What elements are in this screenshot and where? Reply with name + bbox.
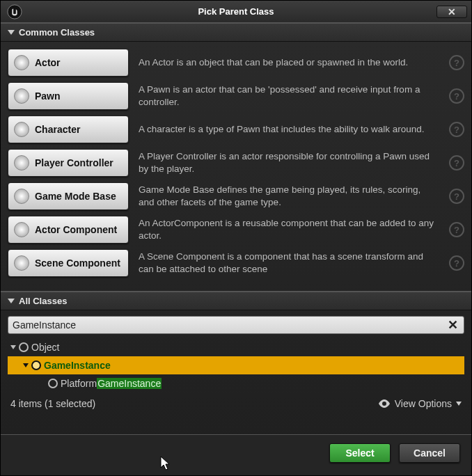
class-button-label: Scene Component	[35, 257, 120, 269]
tree-row-gameinstance[interactable]: GameInstance	[8, 356, 464, 374]
chevron-down-icon	[456, 402, 462, 406]
chevron-down-icon	[8, 299, 15, 303]
close-button[interactable]: ✕	[436, 6, 467, 18]
cancel-button[interactable]: Cancel	[399, 443, 460, 463]
status-row: 4 items (1 selected) View Options	[8, 392, 464, 412]
close-icon: ✕	[448, 6, 456, 17]
class-node-icon	[19, 342, 29, 352]
class-button-character[interactable]: Character	[8, 116, 129, 143]
class-node-icon	[31, 360, 41, 370]
class-row-actor: Actor An Actor is an object that can be …	[8, 49, 464, 77]
class-button-label: Actor Component	[35, 224, 117, 235]
common-classes-header[interactable]: Common Classes	[1, 23, 471, 42]
chevron-down-icon	[23, 363, 29, 367]
status-text: 4 items (1 selected)	[10, 398, 95, 409]
class-tree: Object GameInstance PlatformGameInstance	[8, 338, 464, 392]
class-row-character: Character A character is a type of Pawn …	[8, 116, 464, 143]
section-label: All Classes	[19, 296, 67, 306]
help-icon[interactable]: ?	[449, 155, 464, 170]
class-description: A Scene Component is a component that ha…	[139, 251, 439, 275]
button-label: Cancel	[414, 447, 446, 459]
class-node-icon	[48, 379, 58, 388]
class-row-scene-component: Scene Component A Scene Component is a c…	[8, 249, 464, 277]
chevron-down-icon	[10, 345, 16, 349]
view-options-label: View Options	[395, 398, 452, 409]
pawn-icon	[14, 88, 29, 104]
character-icon	[14, 122, 29, 137]
select-button[interactable]: Select	[329, 443, 391, 463]
actor-icon	[14, 55, 29, 70]
common-classes-list: Actor An Actor is an object that can be …	[1, 42, 471, 292]
class-row-game-mode-base: Game Mode Base Game Mode Base defines th…	[8, 182, 464, 210]
class-description: An ActorComponent is a reusable componen…	[139, 217, 439, 241]
clear-search-button[interactable]: ✕	[446, 317, 459, 333]
scene-component-icon	[14, 255, 29, 271]
class-row-actor-component: Actor Component An ActorComponent is a r…	[8, 216, 464, 244]
class-button-label: Character	[35, 124, 80, 135]
help-icon[interactable]: ?	[449, 222, 464, 237]
svg-point-0	[8, 4, 22, 18]
tree-row-object[interactable]: Object	[8, 338, 464, 356]
class-description: An Actor is an object that can be placed…	[139, 56, 439, 69]
class-row-pawn: Pawn A Pawn is an actor that can be 'pos…	[8, 82, 464, 110]
window-title: Pick Parent Class	[1, 6, 471, 17]
eye-icon	[378, 399, 391, 408]
dialog-footer: Select Cancel	[1, 434, 471, 475]
all-classes-body: ✕ Object GameInstance PlatformGameInstan…	[1, 310, 471, 416]
tree-label: Object	[31, 342, 59, 353]
titlebar: Pick Parent Class ✕	[1, 1, 471, 23]
class-button-actor-component[interactable]: Actor Component	[8, 216, 129, 244]
button-label: Select	[345, 447, 374, 459]
class-description: Game Mode Base defines the game being pl…	[139, 184, 439, 208]
help-icon[interactable]: ?	[449, 88, 464, 104]
class-button-label: Game Mode Base	[35, 191, 116, 202]
class-description: A character is a type of Pawn that inclu…	[139, 123, 439, 136]
class-button-player-controller[interactable]: Player Controller	[8, 149, 129, 177]
class-button-actor[interactable]: Actor	[8, 49, 129, 77]
class-button-label: Actor	[35, 57, 61, 68]
all-classes-header[interactable]: All Classes	[1, 292, 471, 310]
class-button-scene-component[interactable]: Scene Component	[8, 249, 129, 277]
game-mode-icon	[14, 189, 29, 204]
search-row: ✕	[8, 316, 464, 334]
class-row-player-controller: Player Controller A Player Controller is…	[8, 149, 464, 177]
section-label: Common Classes	[19, 27, 95, 38]
class-button-pawn[interactable]: Pawn	[8, 82, 129, 110]
class-button-label: Pawn	[35, 90, 61, 102]
help-icon[interactable]: ?	[449, 189, 464, 204]
help-icon[interactable]: ?	[449, 55, 464, 70]
tree-label: PlatformGameInstance	[61, 378, 162, 389]
actor-component-icon	[14, 222, 29, 237]
help-icon[interactable]: ?	[449, 122, 464, 137]
pick-parent-class-dialog: Pick Parent Class ✕ Common Classes Actor…	[0, 0, 472, 476]
help-icon[interactable]: ?	[449, 255, 464, 271]
app-logo-icon	[5, 2, 24, 22]
class-description: A Player Controller is an actor responsi…	[139, 150, 439, 175]
tree-label: GameInstance	[44, 360, 111, 371]
class-description: A Pawn is an actor that can be 'possesse…	[139, 84, 439, 108]
class-button-label: Player Controller	[35, 157, 113, 168]
class-button-game-mode-base[interactable]: Game Mode Base	[8, 182, 129, 210]
search-input[interactable]	[13, 319, 446, 331]
player-controller-icon	[14, 155, 29, 170]
view-options-button[interactable]: View Options	[378, 398, 462, 409]
tree-row-platformgameinstance[interactable]: PlatformGameInstance	[8, 374, 464, 392]
chevron-down-icon	[8, 30, 15, 35]
